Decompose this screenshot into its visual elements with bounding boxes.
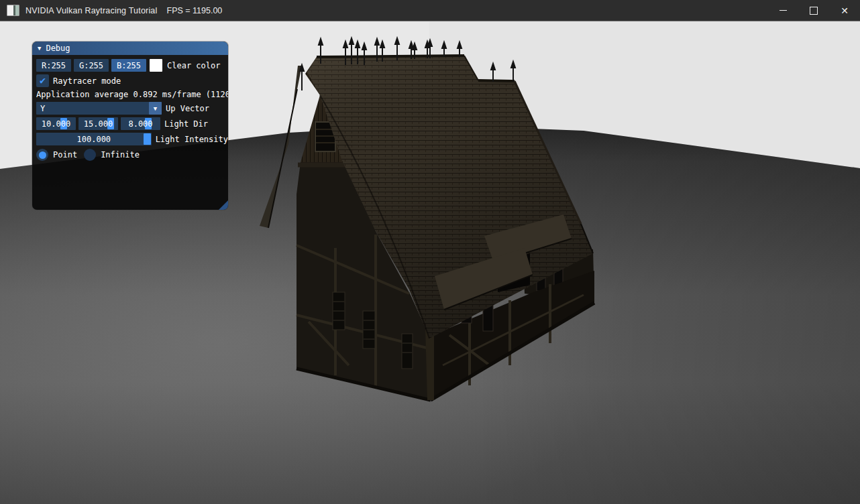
light-intensity-row: 100.000 Light Intensity [36,133,228,145]
app-icon [7,5,19,16]
raytracer-checkbox[interactable]: ✔ [36,74,49,87]
frame-stats-text: Application average 0.892 ms/frame (1120 [36,90,228,99]
maximize-icon [810,7,818,15]
light-intensity-label: Light Intensity [156,135,228,144]
light-dir-z-drag[interactable]: 8.000 [121,117,160,130]
radio-point-label: Point [53,150,77,160]
close-icon: ✕ [841,6,849,15]
clear-color-label: Clear color [167,61,220,70]
window-title: NVIDIA Vulkan Raytracing Tutorial [25,6,158,15]
clear-color-b-value: B:255 [117,61,141,70]
light-dir-x-drag[interactable]: 10.000 [36,117,76,130]
clear-color-row: R:255 G:255 B:255 Clear color [36,59,228,72]
light-intensity-slider[interactable]: 100.000 [36,133,152,145]
panel-resize-grip[interactable] [219,200,228,210]
light-intensity-value: 100.000 [36,133,152,145]
window-titlebar[interactable]: NVIDIA Vulkan Raytracing Tutorial FPS = … [0,0,860,21]
debug-panel-titlebar[interactable]: ▼ Debug [32,42,228,55]
clear-color-g-value: G:255 [79,61,103,70]
up-vector-value: Y [36,104,45,113]
minimize-icon [780,10,787,11]
clear-color-b-field[interactable]: B:255 [111,59,146,72]
radio-infinite-label: Infinite [101,150,140,160]
clear-color-swatch[interactable] [150,59,162,72]
light-dir-y-value: 15.000 [78,117,118,130]
up-vector-row: Y ▼ Up Vector [36,102,228,115]
window-controls: ✕ [767,0,860,21]
clear-color-r-field[interactable]: R:255 [36,59,71,72]
light-dir-z-value: 8.000 [121,117,160,130]
up-vector-combo[interactable]: Y ▼ [36,102,162,115]
close-button[interactable]: ✕ [829,0,860,21]
check-icon: ✔ [40,76,46,86]
light-dir-y-drag[interactable]: 15.000 [78,117,118,130]
clear-color-g-field[interactable]: G:255 [74,59,109,72]
fps-readout: FPS = 1195.00 [167,6,223,15]
maximize-button[interactable] [798,0,829,21]
collapse-icon[interactable]: ▼ [38,45,41,52]
light-type-row: Point Infinite [36,149,228,161]
light-dir-row: 10.000 15.000 8.000 Light Dir [36,117,228,130]
raytracer-label: Raytracer mode [53,76,121,86]
raytracer-row: ✔ Raytracer mode [36,74,228,87]
light-dir-label: Light Dir [164,119,208,129]
light-dir-x-value: 10.000 [36,117,76,130]
debug-panel-body: R:255 G:255 B:255 Clear color ✔ Raytrace… [32,55,228,161]
chevron-down-icon: ▼ [154,105,157,112]
radio-infinite[interactable] [84,149,96,161]
minimize-button[interactable] [767,0,798,21]
radio-point-dot [39,151,46,159]
radio-point[interactable] [36,149,48,161]
clear-color-r-value: R:255 [42,61,66,70]
up-vector-label: Up Vector [166,104,209,113]
debug-panel-title: Debug [46,44,70,53]
debug-panel[interactable]: ▼ Debug R:255 G:255 B:255 Clear color ✔ … [32,42,228,210]
up-vector-combo-button[interactable]: ▼ [149,102,162,115]
